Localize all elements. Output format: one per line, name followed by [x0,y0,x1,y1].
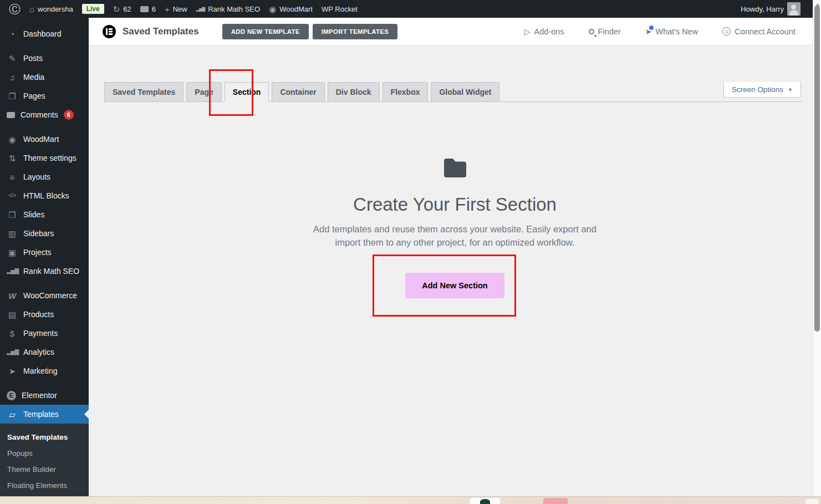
slides-icon: ❒ [7,211,18,219]
add-new-section-button[interactable]: Add New Section [405,273,504,298]
sidebar-item-label: Projects [23,248,52,257]
page-scrollbar[interactable] [813,0,821,496]
sidebar-item-label: Sidebars [23,229,54,238]
sidebar-item-projects[interactable]: ▣Projects [0,243,89,262]
empty-state-description-line1: Add templates and reuse them across your… [89,223,821,236]
dock-item [543,498,568,504]
marketing-icon: ➤ [7,367,18,375]
empty-state: Create Your First Section Add templates … [89,156,821,298]
tab-flexbox[interactable]: Flexbox [383,82,429,101]
tab-saved-templates[interactable]: Saved Templates [104,82,183,101]
sidebar-item-label: Media [23,73,44,82]
sidebar-item-media[interactable]: ♫Media [0,68,89,86]
submenu-item-floating-elements[interactable]: Floating Elements [0,477,89,493]
sidebar-item-label: Marketing [23,366,57,375]
addons-icon: ▷ [524,28,531,35]
elementor-logo-icon [103,25,116,38]
woodmart-icon: ◉ [7,135,18,144]
tab-container[interactable]: Container [272,82,324,101]
sidebar-item-templates[interactable]: ▱Templates [0,405,89,424]
templates-submenu: Saved TemplatesPopupsTheme BuilderFloati… [0,424,89,500]
rank-math-label: Rank Math SEO [208,5,260,13]
sidebar-item-layouts[interactable]: ≡Layouts [0,167,89,186]
tab-global-widget[interactable]: Global Widget [431,82,499,101]
main-area: Saved Templates ADD NEW TEMPLATE IMPORT … [89,18,821,496]
sidebar-item-label: Slides [23,210,44,219]
finder-label: Finder [598,27,621,36]
new-content-menu[interactable]: + New [160,0,192,18]
addons-link[interactable]: ▷ Add-ons [524,27,564,36]
rank-math-icon: ▂▅▇ [196,7,205,12]
finder-link[interactable]: Finder [589,27,621,36]
comments-count-badge: 6 [64,110,74,120]
whats-new-label: What's New [655,27,698,36]
whats-new-link[interactable]: ➤ What's New [645,27,698,36]
elementor-icon: E [7,391,16,400]
sidebar-item-woodmart[interactable]: ◉WoodMart [0,130,89,149]
page-title: Saved Templates [123,26,199,37]
megaphone-icon: ➤ [645,28,652,35]
sidebar-item-rank-math-seo[interactable]: ▂▅▇Rank Math SEO [0,262,89,281]
notification-dot [649,26,654,30]
sidebar-item-slides[interactable]: ❒Slides [0,205,89,224]
woodmart-menu[interactable]: ◉ WoodMart [264,0,317,18]
sidebar-item-label: Products [23,310,54,319]
tab-div-block[interactable]: Div Block [328,82,380,101]
screen-options-label: Screen Options [732,85,783,94]
search-icon [589,29,594,34]
wp-admin-sidebar: ◔Dashboard✎Posts♫Media❐PagesComments6◉Wo… [0,18,89,496]
sidebar-item-label: Theme settings [23,154,77,162]
sidebar-item-label: Elementor [22,391,57,400]
wp-rocket-menu[interactable]: WP Rocket [317,0,362,18]
connect-account-link[interactable]: ☺ Connect Account [722,27,795,36]
updates-menu[interactable]: ↻ 62 [109,0,136,18]
sidebar-item-label: WooCommerce [23,291,77,300]
scrollbar-thumb[interactable] [814,6,820,332]
analytics-icon: ▂▅▇ [7,349,18,355]
sidebar-item-pages[interactable]: ❐Pages [0,86,89,105]
sidebar-item-sidebars[interactable]: ▥Sidebars [0,224,89,243]
screen-options-button[interactable]: Screen Options ▼ [723,82,801,98]
wp-rocket-label: WP Rocket [322,5,358,13]
site-name-label: wondersha [38,5,73,13]
dock-item [470,498,500,504]
sidebar-item-woocommerce[interactable]: WWooCommerce [0,286,89,305]
sidebar-item-products[interactable]: ▤Products [0,305,89,324]
comments-count: 6 [152,5,156,13]
sidebar-item-analytics[interactable]: ▂▅▇Analytics [0,343,89,362]
updates-icon: ↻ [113,5,120,13]
home-icon: ⌂ [29,5,34,13]
sidebar-item-dashboard[interactable]: ◔Dashboard [0,24,89,43]
user-circle-icon: ☺ [722,27,731,35]
sidebar-item-label: HTML Blocks [23,191,69,200]
submenu-item-theme-builder[interactable]: Theme Builder [0,461,89,477]
sidebar-item-label: Dashboard [23,29,62,38]
empty-state-description-line2: import them to any other project, for an… [89,236,821,250]
sidebar-item-comments[interactable]: Comments6 [0,105,89,124]
import-templates-button[interactable]: IMPORT TEMPLATES [313,24,398,39]
comments-menu[interactable]: 6 [136,0,160,18]
environment-badge: Live [78,0,109,18]
sidebar-item-marketing[interactable]: ➤Marketing [0,362,89,380]
chevron-down-icon: ▼ [788,87,793,93]
tab-section[interactable]: Section [225,82,269,102]
submenu-item-popups[interactable]: Popups [0,445,89,461]
plus-icon: + [165,5,170,13]
tab-page[interactable]: Page [186,82,221,101]
my-account-menu[interactable]: Howdy, Harry [736,0,805,18]
site-name-menu[interactable]: ⌂ wondersha [25,0,78,18]
projects-icon: ▣ [7,248,18,257]
wp-logo-menu[interactable]: Ⓒ [4,0,25,18]
sidebar-item-payments[interactable]: $Payments [0,324,89,343]
sidebar-item-elementor[interactable]: EElementor [0,386,89,405]
sidebar-item-label: Analytics [23,348,54,357]
rank-math-menu[interactable]: ▂▅▇ Rank Math SEO [192,0,264,18]
add-new-template-button[interactable]: ADD NEW TEMPLATE [222,24,309,39]
pages-icon: ❐ [7,92,18,100]
sidebar-item-posts[interactable]: ✎Posts [0,49,89,68]
woodmart-label: WoodMart [279,5,313,13]
submenu-item-saved-templates[interactable]: Saved Templates [0,429,89,445]
sidebar-item-html-blocks[interactable]: </>HTML Blocks [0,186,89,205]
sidebar-item-theme-settings[interactable]: ⇅Theme settings [0,149,89,167]
media-icon: ♫ [7,73,18,82]
